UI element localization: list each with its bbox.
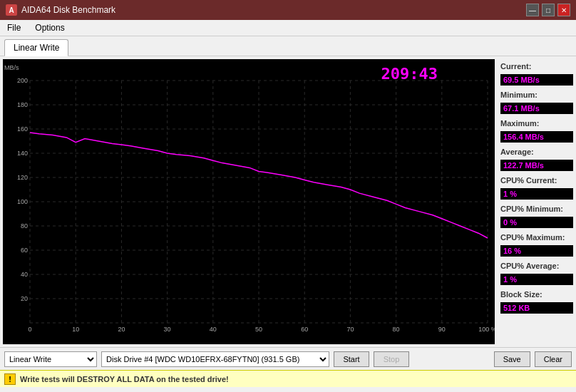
maximize-button[interactable]: □ xyxy=(542,4,555,16)
cpu-average-label: CPU% Average: xyxy=(500,262,573,270)
menu-bar: File Options xyxy=(0,20,576,36)
close-button[interactable]: ✕ xyxy=(557,4,570,16)
app-icon: A xyxy=(6,4,17,16)
average-value: 122.7 MB/s xyxy=(500,160,573,171)
chart-area: 209:43 xyxy=(3,59,495,344)
start-button[interactable]: Start xyxy=(334,351,369,367)
warning-bar: ! Write tests will DESTROY ALL DATA on t… xyxy=(0,370,576,387)
maximum-value: 156.4 MB/s xyxy=(500,131,573,143)
current-value: 69.5 MB/s xyxy=(500,74,573,86)
block-size-label: Block Size: xyxy=(500,290,573,299)
cpu-minimum-label: CPU% Minimum: xyxy=(500,205,573,213)
tab-linear-write[interactable]: Linear Write xyxy=(4,39,68,56)
time-display: 209:43 xyxy=(381,65,438,83)
minimize-button[interactable]: — xyxy=(526,4,539,16)
cpu-maximum-value: 16 % xyxy=(500,245,573,257)
window-title: AIDA64 Disk Benchmark xyxy=(21,5,115,15)
clear-button[interactable]: Clear xyxy=(535,351,572,367)
cpu-maximum-label: CPU% Maximum: xyxy=(500,233,573,242)
cpu-current-label: CPU% Current: xyxy=(500,176,573,185)
save-button[interactable]: Save xyxy=(494,351,530,367)
disk-chart xyxy=(3,59,495,344)
warning-message: Write tests will DESTROY ALL DATA on the… xyxy=(20,375,229,383)
file-menu[interactable]: File xyxy=(3,21,25,34)
warning-icon: ! xyxy=(4,373,16,385)
block-size-value: 512 KB xyxy=(500,302,573,314)
stats-panel: Current: 69.5 MB/s Minimum: 67.1 MB/s Ma… xyxy=(498,59,576,347)
drive-dropdown[interactable]: Disk Drive #4 [WDC WD10EFRX-68FYTN0] (93… xyxy=(101,351,329,367)
maximum-label: Maximum: xyxy=(500,119,573,128)
window-controls: — □ ✕ xyxy=(526,4,570,16)
test-dropdown[interactable]: Linear Write xyxy=(4,351,97,367)
bottom-controls: Linear Write Disk Drive #4 [WDC WD10EFRX… xyxy=(0,347,576,370)
cpu-current-value: 1 % xyxy=(500,188,573,200)
title-bar: A AIDA64 Disk Benchmark — □ ✕ xyxy=(0,0,576,20)
title-bar-left: A AIDA64 Disk Benchmark xyxy=(6,4,115,16)
cpu-minimum-value: 0 % xyxy=(500,217,573,228)
minimum-label: Minimum: xyxy=(500,91,573,99)
minimum-value: 67.1 MB/s xyxy=(500,103,573,114)
tab-bar: Linear Write xyxy=(0,36,576,56)
average-label: Average: xyxy=(500,148,573,156)
stop-button[interactable]: Stop xyxy=(374,351,409,367)
main-content: 209:43 Current: 69.5 MB/s Minimum: 67.1 … xyxy=(0,56,576,347)
options-menu[interactable]: Options xyxy=(31,21,68,34)
current-label: Current: xyxy=(500,62,573,71)
cpu-average-value: 1 % xyxy=(500,274,573,285)
